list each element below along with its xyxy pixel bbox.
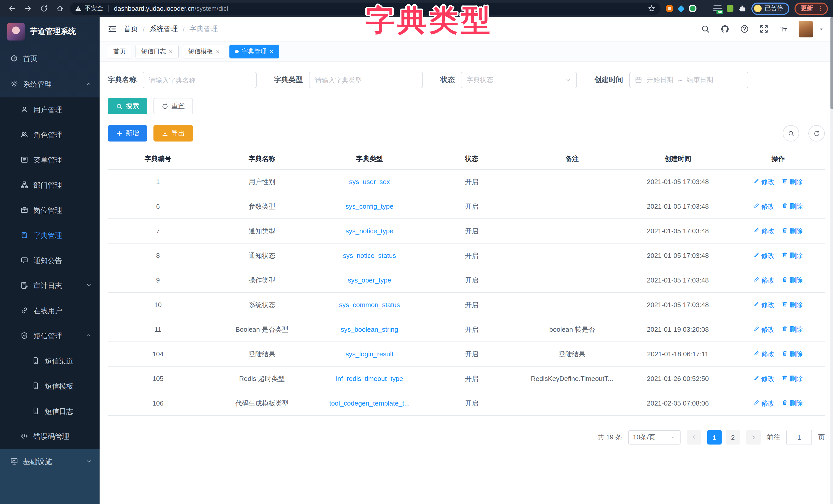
sidebar-item-home[interactable]: 首页 xyxy=(0,46,100,72)
collapse-sidebar-icon[interactable] xyxy=(108,25,117,33)
reload-icon[interactable] xyxy=(40,5,48,12)
help-icon[interactable] xyxy=(740,25,749,33)
sidebar-item-sms-channel[interactable]: 短信渠道 xyxy=(0,349,100,374)
user-menu-caret-icon[interactable] xyxy=(818,26,824,31)
prev-page-button[interactable] xyxy=(687,430,701,445)
edit-row-button[interactable]: 修改 xyxy=(754,399,775,408)
bookmark-star-icon[interactable] xyxy=(648,5,656,12)
cell-dict-type-text[interactable]: sys_notice_type xyxy=(346,227,394,235)
delete-row-button[interactable]: 删除 xyxy=(782,374,803,383)
font-size-icon[interactable] xyxy=(779,25,788,33)
dict-type-input[interactable] xyxy=(309,72,423,88)
edit-row-button[interactable]: 修改 xyxy=(754,177,775,186)
edit-row-button[interactable]: 修改 xyxy=(754,276,775,285)
status-select[interactable]: 字典状态 xyxy=(461,72,577,88)
breadcrumb-system[interactable]: 系统管理 xyxy=(149,24,178,33)
user-avatar[interactable] xyxy=(799,21,813,37)
sidebar-item-sms-log[interactable]: 短信日志 xyxy=(0,399,100,424)
delete-row-button[interactable]: 删除 xyxy=(782,202,803,211)
address-bar[interactable]: 不安全 dashboard.yudao.iocoder.cn/system/di… xyxy=(70,2,661,15)
sidebar-item-error-code[interactable]: 错误码管理 xyxy=(0,424,100,449)
extension-green-circle-icon[interactable] xyxy=(689,5,696,12)
edit-row-button[interactable]: 修改 xyxy=(754,251,775,260)
cell-dict-type-text[interactable]: sys_boolean_string xyxy=(341,326,398,333)
dict-name-input[interactable] xyxy=(143,72,257,88)
sidebar-item-post[interactable]: 岗位管理 xyxy=(0,198,100,223)
tab-2[interactable]: 短信模板× xyxy=(183,44,225,58)
page-button-2[interactable]: 2 xyxy=(726,430,740,445)
app-logo[interactable]: 芋道管理系统 xyxy=(0,17,100,46)
profile-paused-pill[interactable]: 已暂停 xyxy=(752,2,789,15)
edit-row-button[interactable]: 修改 xyxy=(754,226,775,235)
close-tab-icon[interactable]: × xyxy=(216,47,220,55)
edit-row-button[interactable]: 修改 xyxy=(754,300,775,309)
delete-row-button[interactable]: 删除 xyxy=(782,325,803,334)
cell-dict-type-text[interactable]: sys_notice_status xyxy=(343,252,396,259)
sidebar-item-sms[interactable]: 短信管理 xyxy=(0,324,100,349)
extension-on-badge-icon[interactable]: on xyxy=(713,5,722,12)
export-button[interactable]: 导出 xyxy=(153,125,193,142)
sidebar-item-dict[interactable]: 字典管理 xyxy=(0,223,100,248)
forward-icon[interactable] xyxy=(24,5,32,12)
browser-menu-icon[interactable] xyxy=(817,5,824,12)
cell-dict-type-text[interactable]: sys_config_type xyxy=(346,203,394,210)
edit-row-button[interactable]: 修改 xyxy=(754,349,775,359)
edit-row-button[interactable]: 修改 xyxy=(754,325,775,334)
extensions-puzzle-icon[interactable] xyxy=(739,5,746,12)
close-tab-icon[interactable]: × xyxy=(269,47,273,55)
extension-grid-icon[interactable] xyxy=(701,5,708,12)
tab-0[interactable]: 首页 xyxy=(108,44,132,58)
sidebar-item-sms-template[interactable]: 短信模板 xyxy=(0,374,100,399)
breadcrumb-home[interactable]: 首页 xyxy=(124,24,138,33)
cell-dict-type-text[interactable]: sys_oper_type xyxy=(348,276,391,284)
reset-button[interactable]: 重置 xyxy=(153,98,193,114)
back-icon[interactable] xyxy=(8,5,16,12)
cell-dict-type-text[interactable]: tool_codegen_template_t... xyxy=(329,399,410,407)
delete-row-button[interactable]: 删除 xyxy=(782,300,803,309)
edit-row-button[interactable]: 修改 xyxy=(754,202,775,211)
extension-orange-icon[interactable] xyxy=(666,5,673,12)
table-search-toggle-button[interactable] xyxy=(783,125,799,142)
sidebar-item-online-user[interactable]: 在线用户 xyxy=(0,298,100,324)
delete-row-button[interactable]: 删除 xyxy=(782,399,803,408)
goto-page-input[interactable] xyxy=(786,430,812,445)
tab-3[interactable]: 字典管理× xyxy=(230,44,279,58)
sidebar-item-system[interactable]: 系统管理 xyxy=(0,72,100,97)
delete-row-button[interactable]: 删除 xyxy=(782,251,803,260)
delete-row-button[interactable]: 删除 xyxy=(782,349,803,359)
search-button[interactable]: 搜索 xyxy=(108,98,147,114)
cell-dict-type-text[interactable]: sys_login_result xyxy=(346,350,394,358)
extension-gem-icon[interactable] xyxy=(677,5,685,12)
window-scrollbar[interactable] xyxy=(830,17,833,504)
cell-dict-type-text[interactable]: sys_common_status xyxy=(339,301,400,309)
edit-row-button[interactable]: 修改 xyxy=(754,374,775,383)
close-tab-icon[interactable]: × xyxy=(169,47,173,55)
table-refresh-button[interactable] xyxy=(808,125,825,142)
sidebar-item-menu[interactable]: 菜单管理 xyxy=(0,148,100,173)
add-button[interactable]: 新增 xyxy=(108,125,147,142)
cell-dict-type-text[interactable]: sys_user_sex xyxy=(349,178,390,185)
extension-green-square-icon[interactable] xyxy=(727,5,733,12)
github-icon[interactable] xyxy=(721,25,729,33)
sidebar-item-audit-log[interactable]: 审计日志 xyxy=(0,273,100,298)
delete-row-button[interactable]: 删除 xyxy=(782,226,803,235)
next-page-button[interactable] xyxy=(746,430,761,445)
browser-home-icon[interactable] xyxy=(56,5,64,12)
not-secure-label[interactable]: 不安全 xyxy=(85,4,103,13)
sidebar-item-infra[interactable]: 基础设施 xyxy=(0,449,100,475)
fullscreen-icon[interactable] xyxy=(760,25,768,33)
delete-row-button[interactable]: 删除 xyxy=(782,276,803,285)
search-icon[interactable] xyxy=(701,25,710,33)
page-size-select[interactable]: 10条/页 xyxy=(628,430,681,445)
sidebar-item-dept[interactable]: 部门管理 xyxy=(0,173,100,198)
delete-row-button[interactable]: 删除 xyxy=(782,177,803,186)
cell-dict-type-text[interactable]: inf_redis_timeout_type xyxy=(336,375,403,382)
scrollbar-thumb[interactable] xyxy=(830,17,833,109)
sidebar-item-notice[interactable]: 通知公告 xyxy=(0,248,100,273)
not-secure-warning-icon[interactable] xyxy=(75,5,81,12)
browser-update-button[interactable]: 更新 xyxy=(794,2,828,15)
tab-1[interactable]: 短信日志× xyxy=(136,44,178,58)
create-time-range-picker[interactable]: 开始日期 ~ 结束日期 xyxy=(629,72,748,88)
sidebar-item-user[interactable]: 用户管理 xyxy=(0,97,100,123)
sidebar-item-role[interactable]: 角色管理 xyxy=(0,123,100,148)
